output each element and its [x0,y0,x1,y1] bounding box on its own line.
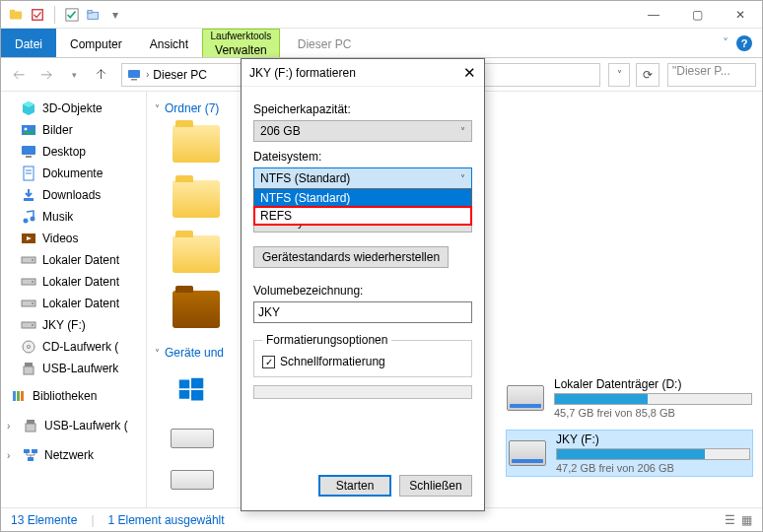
capacity-label: Speicherkapazität: [253,102,472,116]
help-icon[interactable]: ? [736,35,752,51]
details-view-icon[interactable]: ☰ [725,513,735,527]
breadcrumb-arrow[interactable]: › [146,69,149,80]
dropdown-option-refs[interactable]: REFS [254,207,471,225]
close-dialog-button[interactable]: Schließen [399,475,472,497]
dropdown-option-ntfs[interactable]: NTFS (Standard) [254,189,471,207]
svg-rect-7 [131,79,137,81]
svg-rect-39 [179,380,190,389]
svg-rect-1 [10,9,15,13]
drive-item-d[interactable]: Lokaler Datenträger (D:) 45,7 GB frei vo… [507,377,752,419]
refresh-button[interactable]: ⟳ [636,63,659,87]
breadcrumb-root[interactable]: Dieser PC [153,68,207,82]
filesystem-select[interactable]: NTFS (Standard)˅ NTFS (Standard) REFS [253,167,472,189]
drive-tile[interactable] [171,470,214,490]
folder-tile-videos[interactable] [173,291,220,328]
tree-item[interactable]: Lokaler Datent [1,271,146,293]
drives-group: Lokaler Datenträger (D:) 45,7 GB frei vo… [497,92,762,507]
quick-format-checkbox[interactable]: ✓ Schnellformatierung [262,355,463,368]
tab-view[interactable]: Ansicht [136,29,202,57]
address-expand[interactable]: ˅ [608,63,630,87]
folder-tile[interactable] [173,235,220,273]
tree-network[interactable]: ›Netzwerk [1,444,146,466]
tree-item[interactable]: Desktop [1,141,146,163]
tree-item[interactable]: Musik [1,206,146,228]
tree-item[interactable]: 3D-Objekte [1,98,146,119]
close-button[interactable]: ✕ [719,1,762,29]
svg-rect-37 [32,449,37,453]
tree-item[interactable]: ›USB-Laufwerk ( [1,415,146,436]
svg-rect-31 [13,391,16,401]
chevron-down-icon: ˅ [155,103,160,114]
folders-group-header[interactable]: ˅Ordner (7) [155,101,241,115]
drive-tile[interactable] [171,429,214,448]
hdd-icon [21,252,36,268]
maximize-button[interactable]: ▢ [675,1,719,29]
drive-item-f[interactable]: JKY (F:) 47,2 GB frei von 206 GB [507,431,752,476]
up-button[interactable]: 🡡 [90,63,113,87]
props-icon[interactable] [29,6,46,24]
restore-defaults-button[interactable]: Gerätestandards wiederherstellen [253,246,449,268]
tree-item[interactable]: Bilder [1,119,146,141]
tree-item[interactable]: Lokaler Datent [1,249,146,271]
drive-free-text: 47,2 GB frei von 206 GB [556,462,750,474]
svg-point-20 [32,259,34,261]
picture-icon [21,122,36,138]
minimize-button[interactable]: — [632,1,675,29]
svg-point-16 [24,219,29,224]
folder-tile[interactable] [173,180,220,218]
tree-libraries[interactable]: Bibliotheken [1,385,146,407]
format-progress-bar [253,385,472,399]
qat-dropdown-icon[interactable]: ▾ [106,6,124,24]
svg-rect-41 [179,390,190,399]
navigation-tree[interactable]: 3D-Objekte Bilder Desktop Dokumente Down… [1,92,147,507]
tree-item[interactable]: CD-Laufwerk ( [1,336,146,358]
back-button[interactable]: 🡠 [7,63,31,87]
svg-rect-40 [191,378,203,389]
folder-tile[interactable] [173,125,220,163]
devices-group-header[interactable]: ˅Geräte und [155,346,241,360]
window-titlebar: ▾ — ▢ ✕ [1,1,762,29]
tab-computer[interactable]: Computer [56,29,136,57]
svg-point-26 [32,324,34,326]
chevron-down-icon: ˅ [155,348,160,359]
tree-item[interactable]: Downloads [1,184,146,206]
svg-rect-10 [22,146,35,155]
tree-item[interactable]: Dokumente [1,163,146,184]
capacity-select[interactable]: 206 GB˅ [253,120,472,142]
dialog-title: JKY (F:) formatieren [249,66,356,80]
start-button[interactable]: Starten [318,475,391,497]
svg-rect-33 [21,391,24,401]
tree-item[interactable]: Lokaler Datent [1,293,146,314]
svg-rect-30 [24,366,34,374]
newfolder-icon[interactable] [85,6,103,24]
format-options-group: Formatierungsoptionen ✓ Schnellformatier… [253,333,472,377]
contextual-tab-group: Laufwerktools Verwalten [202,29,280,57]
chevron-down-icon: ˅ [460,173,465,184]
tree-item[interactable]: JKY (F:) [1,314,146,336]
drive-free-text: 45,7 GB frei von 85,8 GB [554,407,752,419]
svg-rect-29 [25,363,33,366]
dialog-titlebar[interactable]: JKY (F:) formatieren ✕ [242,59,484,87]
search-input[interactable]: "Dieser P... [667,63,756,87]
tree-item[interactable]: USB-Laufwerk [1,358,146,379]
os-drive-tile[interactable] [171,369,212,411]
svg-rect-34 [27,420,35,424]
volume-label-input[interactable] [253,301,472,323]
usb-icon [21,361,36,376]
document-icon [21,166,36,181]
checkbox-icon[interactable] [63,6,81,24]
recent-dropdown[interactable]: ▾ [62,63,86,87]
window-controls: — ▢ ✕ [632,1,762,29]
dialog-close-button[interactable]: ✕ [463,64,476,82]
tab-file[interactable]: Datei [1,29,56,57]
svg-rect-36 [24,449,30,453]
tiles-view-icon[interactable]: ▦ [741,513,752,527]
chevron-down-icon: ˅ [460,126,465,137]
tree-item[interactable]: Videos [1,228,146,249]
drive-usage-bar [554,393,752,405]
drive-usage-bar [556,448,750,460]
filesystem-label: Dateisystem: [253,150,472,164]
svg-rect-11 [26,156,32,158]
ribbon-collapse-icon[interactable]: ˅ [723,36,728,50]
network-icon [23,447,38,463]
